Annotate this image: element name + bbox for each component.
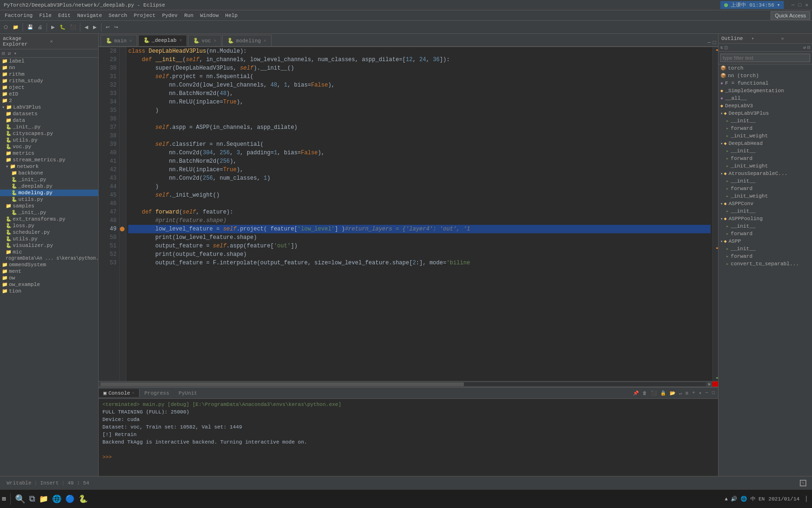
tree-item[interactable]: 📁tion [0,288,98,294]
tree-item[interactable]: 🐍ext_transforms.py [0,216,98,222]
console-props-btn[interactable]: ⚙ [684,390,690,397]
code-line-39[interactable]: self.classifier = nn.Sequential( [128,140,710,149]
menu-help[interactable]: Help [222,12,240,19]
tab-close-deeplab[interactable]: ✕ [180,38,182,43]
menu-navigate[interactable]: Navigate [74,12,105,19]
code-line-50[interactable]: print(low_level_feature.shape) [128,233,710,242]
code-line-31[interactable]: self.project = nn.Sequential( [128,72,710,81]
tree-item[interactable]: 📁2 [0,97,98,104]
code-line-35[interactable]: ) [128,106,710,115]
tab-voc[interactable]: 🐍 voc ✕ [188,35,221,46]
console-stop-btn[interactable]: ⬛ [649,390,658,397]
outline-item-init2[interactable]: ▸ __init__ [718,147,812,155]
tree-item[interactable]: 📁ommendSystem [0,262,98,268]
tree-item[interactable]: 📁rithm [0,71,98,78]
tab-deeplab[interactable]: 🐍 _deeplab ✕ [138,35,187,46]
tree-item[interactable]: 🐍utils.py [0,196,98,203]
outline-item-simpleseg[interactable]: ◆ _SimpleSegmentation [718,87,812,95]
tab-modeling[interactable]: 🐍 modeling ✕ [222,35,271,46]
tree-item[interactable]: 🐍voc.py [0,143,98,150]
tree-item[interactable]: 🐍_init_.py [0,209,98,216]
tree-item[interactable]: 📁data [0,117,98,124]
taskbar-files[interactable]: 📁 [39,494,48,504]
code-line-28[interactable]: class DeepLabHeadV3Plus(nn.Module): [128,47,710,56]
code-line-43[interactable]: nn.Conv2d(256, num_classes, 1) [128,174,710,183]
tree-item-modeling[interactable]: 🐍modeling.py [0,190,98,196]
tree-item[interactable]: 📁nn [0,64,98,71]
outline-item-init-weight3[interactable]: ▸ _init_weight [718,192,812,200]
code-line-49[interactable]: low_level_feature = self.project( featur… [128,225,710,233]
outline-filter-input[interactable] [720,54,810,62]
code-line-29[interactable]: def __init__(self, in_channels, low_leve… [128,56,710,64]
toolbar-stop[interactable]: ⬛ [68,24,78,31]
code-line-44[interactable]: ) [128,183,710,191]
code-line-40[interactable]: nn.Conv2d(304, 256, 3, padding=1, bias=F… [128,149,710,157]
pe-link-icon[interactable]: ⇄ [8,50,11,56]
pe-collapse-icon[interactable]: ⊟ [2,50,5,56]
code-line-48[interactable]: #print(feature.shape) [128,216,710,225]
console-clear-btn[interactable]: 🗑 [641,390,648,397]
console-scroll-lock-btn[interactable]: 🔒 [659,390,667,397]
minimize-btn[interactable]: ─ [791,2,795,8]
outline-item-forward2[interactable]: ▸ forward [718,155,812,162]
toolbar-undo[interactable]: ↩ [104,24,111,31]
outline-item-atrous[interactable]: ▾ ◆ AtrousSeparableC... [718,170,812,177]
console-tab-progress[interactable]: Progress [140,389,174,397]
pe-menu-icon[interactable]: ▾ [14,50,17,56]
outline-link-btn[interactable]: ⇄ [803,45,806,50]
tab-close-main[interactable]: ✕ [129,38,132,43]
outline-item-forward[interactable]: ▸ forward [718,125,812,132]
toolbar-open[interactable]: 📁 [11,24,20,31]
outline-item-aspp[interactable]: ▾ ◆ ASPP [718,238,812,245]
outline-item-forward4[interactable]: ▸ forward [718,230,812,238]
tree-item[interactable]: 📁ow [0,275,98,281]
h-scroll-thumb[interactable] [101,382,464,386]
tree-item[interactable]: 🐍_deeplab.py [0,183,98,190]
code-line-47[interactable]: def forward(self, feature): [128,208,710,216]
show-desktop-btn[interactable]: ▕ [803,496,806,502]
taskbar-python[interactable]: 🐍 [78,494,88,504]
tree-item[interactable]: 📁ment [0,268,98,275]
maximize-btn[interactable]: □ [798,2,802,8]
tree-item[interactable]: 📁datasets [0,111,98,117]
tree-item[interactable]: 🐍visualizer.py [0,242,98,249]
code-line-32[interactable]: nn.Conv2d(low_level_channels, 48, 1, bia… [128,81,710,89]
menu-pydev[interactable]: Pydev [159,12,180,19]
menu-file[interactable]: File [36,12,54,19]
tree-item[interactable]: 📁samples [0,203,98,209]
menu-run[interactable]: Run [181,12,196,19]
tab-main[interactable]: 🐍 main ✕ [101,35,137,46]
close-btn[interactable]: ✕ [805,2,808,8]
scroll-right-btn[interactable]: ▶ [708,382,711,386]
outline-item-torch[interactable]: 📦 torch [718,64,812,72]
tree-item[interactable]: 📁label [0,58,98,64]
editor-maximize-btn[interactable]: □ [713,40,716,46]
console-word-wrap-btn[interactable]: ↵ [678,390,683,397]
outline-item-deeplabhead[interactable]: ▾ ◆ DeepLabHead [718,140,812,147]
console-menu-btn[interactable]: ▾ [697,390,703,397]
code-line-42[interactable]: nn.ReLU(inplace=True), [128,166,710,174]
console-tab-close[interactable]: ✕ [132,390,134,396]
outline-item-init3[interactable]: ▸ __init__ [718,177,812,185]
outline-item-all[interactable]: ● __all__ [718,95,812,102]
toolbar-run[interactable]: ▶ [49,24,57,31]
tree-item-labv3plus[interactable]: ▾📁LabV3Plus [0,104,98,111]
editor-minimize-btn[interactable]: ─ [708,40,711,46]
toolbar-forward[interactable]: ▶ [91,24,99,31]
toolbar-print[interactable]: 🖨 [36,24,44,31]
outline-item-f[interactable]: ● F = functional [718,79,812,87]
outline-item-init4[interactable]: ▸ __init__ [718,207,812,215]
code-line-38[interactable] [128,132,710,140]
outline-item-init-weight2[interactable]: ▸ _init_weight [718,162,812,170]
tree-item[interactable]: 🐍loss.py [0,222,98,229]
outline-item-nn[interactable]: 📦 nn (torch) [718,72,812,79]
code-line-36[interactable] [128,115,710,123]
editor-scrollbar[interactable] [712,47,718,381]
tree-item[interactable]: 📁stream_metrics.py [0,157,98,163]
tree-item-network[interactable]: ▾📁network [0,163,98,170]
tab-close-voc[interactable]: ✕ [214,38,216,43]
outline-sort-btn[interactable]: ⇅ [720,45,723,50]
outline-item-deeplabv3[interactable]: ◆ DeepLabV3 [718,102,812,110]
taskbar-eclipse[interactable]: 🔵 [65,494,75,504]
tree-item[interactable]: 📁ow_example [0,281,98,288]
